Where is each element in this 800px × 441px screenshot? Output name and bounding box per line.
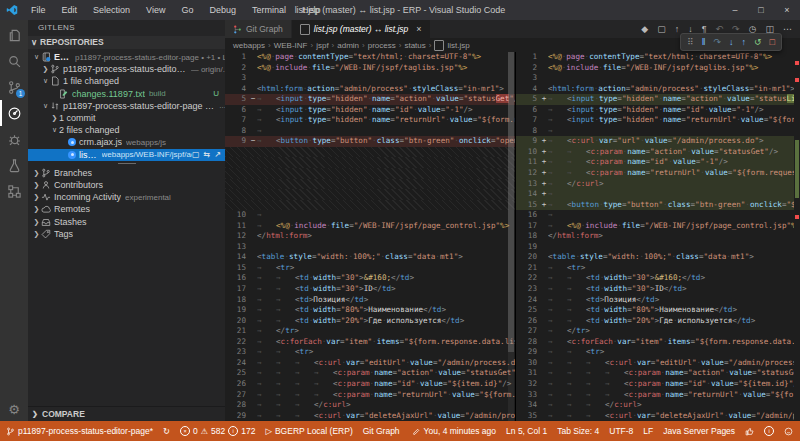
code-line-31[interactable]: 31 →→→→<c:param·name="action"·value="sta… xyxy=(516,368,800,379)
manage-gear-icon[interactable]: ⚙ xyxy=(8,402,20,417)
activity-explorer[interactable] xyxy=(0,22,28,48)
code-line-25[interactable]: 25 →→<td·width="80%">Наименование</td> xyxy=(516,305,800,316)
code-line-34[interactable]: 34 →→→</c:url> xyxy=(516,400,800,411)
menu-item-help[interactable]: Help xyxy=(295,3,328,17)
previous-change-icon[interactable]: ↑ xyxy=(675,24,680,34)
code-line-4[interactable]: 4 <html:form·action="admin/process"·styl… xyxy=(516,84,800,95)
debug-step-over-icon[interactable]: ↷ xyxy=(713,37,721,47)
compare-section-header[interactable]: ❯ COMPARE xyxy=(28,406,225,421)
minimize-button[interactable]: – xyxy=(722,0,748,20)
code-line-7[interactable]: 7 →<input·type="hidden"·name="returnUrl"… xyxy=(225,115,515,126)
run-task-status-item[interactable]: ▷ BGERP Local (ERP) xyxy=(265,426,352,436)
open-file-icon[interactable]: ▢ xyxy=(657,24,666,34)
code-line-16[interactable]: 16 → xyxy=(516,210,800,221)
code-line-15[interactable]: 15 + →<button·type="button"·class="btn-g… xyxy=(516,200,800,211)
code-line-28[interactable]: 28 →→→</c:url> xyxy=(225,400,515,411)
code-line-26[interactable]: 26 →→<td·width="20%">Где·используется</t… xyxy=(516,316,800,327)
tree-item-branches[interactable]: ❯ Branches xyxy=(28,167,225,179)
tab-git-graph[interactable]: Git Graph xyxy=(225,20,292,38)
code-line-20[interactable]: 20 →→<td·width="20%">Где·используется</t… xyxy=(225,316,515,327)
code-line-33[interactable]: 33 →→→→<c:param·name="returnUrl"·value="… xyxy=(516,390,800,401)
code-line-17[interactable]: 17 →<%@·include·file="/WEB-INF/jspf/page… xyxy=(516,221,800,232)
close-tab-icon[interactable]: × xyxy=(416,24,421,34)
tree-item-1-file-changed[interactable]: ∨ 1 file changed xyxy=(28,75,225,87)
debug-stop-icon[interactable]: □ xyxy=(770,37,775,47)
code-line-25[interactable]: 25 →→→→<c:param·name="action"·value="sta… xyxy=(225,368,515,379)
code-line-2[interactable]: 2 <%@·include·file="/WEB-INF/jspf/taglib… xyxy=(516,63,800,74)
code-line-21[interactable]: 21 →</tr> xyxy=(225,326,515,337)
tree-item-crm-ajax-js[interactable]: crm.ajax.js webapps/js xyxy=(28,136,225,148)
menu-item-file[interactable]: File xyxy=(24,3,53,17)
menu-item-debug[interactable]: Debug xyxy=(202,3,243,17)
code-line-19[interactable]: 19 →→<td·width="80%">Наименование</td> xyxy=(225,305,515,316)
activity-testing[interactable] xyxy=(0,152,28,178)
debug-step-into-icon[interactable]: ↓ xyxy=(729,37,734,47)
code-line-16[interactable]: 16 →→<td·width="30">&#160;</td> xyxy=(225,273,515,284)
code-line-29[interactable]: 29 →→→<c:url·var="deleteAjaxUrl"·value="… xyxy=(225,411,515,421)
more-actions-icon[interactable]: ⋯ xyxy=(783,24,792,34)
close-button[interactable]: × xyxy=(774,0,800,20)
activity-gitlens[interactable] xyxy=(0,100,28,126)
code-line-3[interactable]: 3 xyxy=(225,73,515,84)
code-line-3[interactable]: 3 xyxy=(516,73,800,84)
menu-item-view[interactable]: View xyxy=(139,3,172,17)
code-line-8[interactable]: 8 → xyxy=(225,126,515,137)
code-line-22[interactable]: 22 →→<td·width="30">&#160;</td> xyxy=(516,273,800,284)
activity-search[interactable] xyxy=(0,48,28,74)
eol-item[interactable]: LF xyxy=(643,426,653,436)
code-line-22[interactable]: 22 →<c:forEach·var="item"·items="${form.… xyxy=(225,337,515,348)
code-line-28[interactable]: 28 →<c:forEach·var="item"·items="${form.… xyxy=(516,337,800,348)
tree-item-stashes[interactable]: ❯ Stashes xyxy=(28,215,225,227)
activity-git-graph[interactable] xyxy=(0,178,28,204)
debug-pause-icon[interactable]: ‖ xyxy=(702,37,706,47)
info-circle-icon[interactable]: i xyxy=(764,426,774,436)
breadcrumb-item[interactable]: admin xyxy=(337,41,359,50)
maximize-button[interactable]: □ xyxy=(748,0,774,20)
code-line-7[interactable]: 7 →<input·type="hidden"·name="returnUrl"… xyxy=(516,115,800,126)
code-line-14[interactable]: 14 <table·style="width:·100%;"·class="da… xyxy=(225,252,515,263)
code-line-5[interactable]: 5 + →<input·type="hidden"·name="action"·… xyxy=(516,94,800,105)
diff-original-pane[interactable]: 1 <%@·page·contentType="text/html;·chars… xyxy=(225,52,516,421)
activity-source-control[interactable]: 1 xyxy=(0,74,28,100)
menu-item-selection[interactable]: Selection xyxy=(86,3,137,17)
code-line-8[interactable]: 8 → xyxy=(516,126,800,137)
tree-action-icon[interactable]: ▢ xyxy=(192,150,200,159)
code-line-2[interactable]: 2 <%@·include·file="/WEB-INF/jspf/taglib… xyxy=(225,63,515,74)
tree-item-list-jsp[interactable]: list.jsp webapps/WEB-INF/jspf/admin/pr..… xyxy=(28,149,225,161)
code-line-11[interactable]: 11 →<%@·include·file="/WEB-INF/jspf/page… xyxy=(225,221,515,232)
blame-status-item[interactable]: You, 4 minutes ago xyxy=(412,426,496,436)
debug-step-out-icon[interactable]: ↑ xyxy=(742,37,747,47)
code-line-5[interactable]: 5 − →<input·type="hidden"·name="action"·… xyxy=(225,94,515,105)
code-line-18[interactable]: 18 →→<td>Позиция</td> xyxy=(225,295,515,306)
tree-item-remotes[interactable]: ❯ Remotes xyxy=(28,203,225,215)
code-line-20[interactable]: 20 <table·style="width:·100%;"·class="da… xyxy=(516,252,800,263)
encoding-item[interactable]: UTF-8 xyxy=(609,426,633,436)
cursor-position-item[interactable]: Ln 5, Col 1 xyxy=(506,426,547,436)
tab-diff[interactable]: list.jsp (master) ↔ list.jsp × xyxy=(292,20,431,38)
breadcrumb-item[interactable]: status xyxy=(404,41,425,50)
tree-item-incoming-activity[interactable]: ❯ Incoming Activity experimental xyxy=(28,191,225,203)
code-line-9[interactable]: 9 − →<button·type="button"·class="btn-gr… xyxy=(225,136,515,147)
code-line-29[interactable]: 29 →→<tr> xyxy=(516,347,800,358)
code-line-27[interactable]: 27 →</tr> xyxy=(516,326,800,337)
tree-item-contributors[interactable]: ❯ Contributors xyxy=(28,179,225,191)
tree-item-tags[interactable]: ❯ Tags xyxy=(28,228,225,240)
diff-modified-pane[interactable]: 1 <%@·page·contentType="text/html;·chars… xyxy=(516,52,800,421)
breadcrumb-item[interactable]: list.jsp xyxy=(447,41,469,50)
inline-view-icon[interactable]: ◆ xyxy=(641,24,648,34)
debug-restart-icon[interactable]: ↺ xyxy=(754,37,762,47)
breadcrumb-item[interactable]: process xyxy=(368,41,396,50)
tree-item-2-files-changed[interactable]: ∨ 2 files changed xyxy=(28,124,225,136)
code-line-23[interactable]: 23 →→<td·width="30">ID</td> xyxy=(516,284,800,295)
tree-item-changes-11897-txt[interactable]: changes.11897.txt build U xyxy=(28,88,225,100)
activity-run-debug[interactable] xyxy=(0,126,28,152)
menu-item-edit[interactable]: Edit xyxy=(55,3,85,17)
tree-item-p11897-process-status-editor-page-working[interactable]: ∨ p11897-process-status-editor-page (wor… xyxy=(28,100,225,112)
code-line-17[interactable]: 17 →→<td·width="30">ID</td> xyxy=(225,284,515,295)
code-line-30[interactable]: 30 →→→<c:url·var="editUrl"·value="/admin… xyxy=(516,358,800,369)
code-line-35[interactable]: 35 →→→<c:url·var="deleteAjaxUrl"·value="… xyxy=(516,411,800,421)
tree-action-icon[interactable]: ↗ xyxy=(214,150,221,159)
code-line-10[interactable]: 10 → xyxy=(225,210,515,221)
code-line-23[interactable]: 23 →→<tr> xyxy=(225,347,515,358)
code-line-24[interactable]: 24 →→<td>Позиция</td> xyxy=(516,295,800,306)
